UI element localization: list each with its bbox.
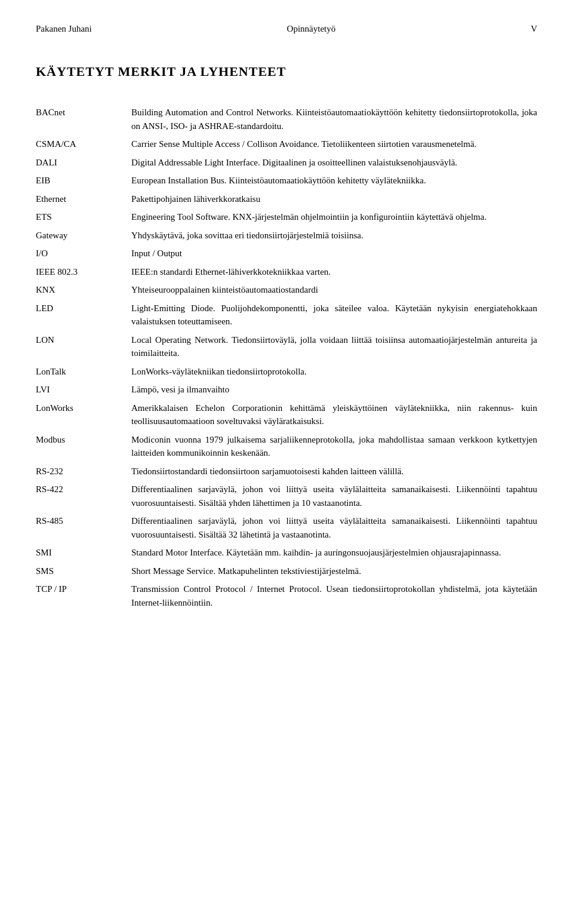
table-row: BACnetBuilding Automation and Control Ne… bbox=[36, 103, 537, 135]
term-cell: EIB bbox=[36, 171, 131, 190]
term-cell: CSMA/CA bbox=[36, 135, 131, 154]
table-row: RS-422Differentiaalinen sarjaväylä, joho… bbox=[36, 480, 537, 512]
table-row: LVILämpö, vesi ja ilmanvaihto bbox=[36, 380, 537, 399]
term-cell: RS-232 bbox=[36, 462, 131, 481]
term-cell: Ethernet bbox=[36, 190, 131, 208]
header-page: V bbox=[531, 24, 537, 34]
definition-cell: European Installation Bus. Kiinteistöaut… bbox=[131, 171, 537, 190]
page-header: Pakanen Juhani Opinnäytetyö V bbox=[36, 24, 537, 34]
definition-cell: Transmission Control Protocol / Internet… bbox=[131, 580, 537, 612]
definition-cell: Yhteiseurooppalainen kiinteistöautomaati… bbox=[131, 281, 537, 299]
table-row: I/OInput / Output bbox=[36, 244, 537, 263]
table-row: DALIDigital Addressable Light Interface.… bbox=[36, 154, 537, 172]
term-cell: LVI bbox=[36, 380, 131, 399]
table-row: LEDLight-Emitting Diode. Puolijohdekompo… bbox=[36, 299, 537, 331]
term-cell: Modbus bbox=[36, 431, 131, 462]
header-author: Pakanen Juhani bbox=[36, 24, 92, 34]
table-row: LonTalkLonWorks-väylätekniikan tiedonsii… bbox=[36, 363, 537, 381]
table-row: RS-485Differentiaalinen sarjaväylä, joho… bbox=[36, 512, 537, 544]
definition-cell: Standard Motor Interface. Käytetään mm. … bbox=[131, 544, 537, 562]
definition-cell: Short Message Service. Matkapuhelinten t… bbox=[131, 562, 537, 581]
table-row: RS-232Tiedonsiirtostandardi tiedonsiirto… bbox=[36, 462, 537, 481]
table-row: CSMA/CACarrier Sense Multiple Access / C… bbox=[36, 135, 537, 154]
term-cell: I/O bbox=[36, 244, 131, 263]
table-row: SMSShort Message Service. Matkapuhelinte… bbox=[36, 562, 537, 581]
term-cell: ETS bbox=[36, 208, 131, 226]
table-row: EthernetPakettipohjainen lähiverkkoratka… bbox=[36, 190, 537, 208]
table-row: LonWorksAmerikkalaisen Echelon Corporati… bbox=[36, 399, 537, 431]
definition-cell: Engineering Tool Software. KNX-järjestel… bbox=[131, 208, 537, 226]
term-cell: LED bbox=[36, 299, 131, 331]
definition-cell: Carrier Sense Multiple Access / Collison… bbox=[131, 135, 537, 154]
glossary-table: BACnetBuilding Automation and Control Ne… bbox=[36, 103, 537, 612]
table-row: TCP / IPTransmission Control Protocol / … bbox=[36, 580, 537, 612]
term-cell: RS-422 bbox=[36, 480, 131, 512]
term-cell: KNX bbox=[36, 281, 131, 299]
definition-cell: Digital Addressable Light Interface. Dig… bbox=[131, 154, 537, 172]
term-cell: LonWorks bbox=[36, 399, 131, 431]
term-cell: SMI bbox=[36, 544, 131, 562]
definition-cell: Input / Output bbox=[131, 244, 537, 263]
header-title: Opinnäytetyö bbox=[287, 24, 336, 34]
definition-cell: Pakettipohjainen lähiverkkoratkaisu bbox=[131, 190, 537, 208]
term-cell: DALI bbox=[36, 154, 131, 172]
table-row: GatewayYhdyskäytävä, joka sovittaa eri t… bbox=[36, 226, 537, 245]
term-cell: Gateway bbox=[36, 226, 131, 245]
table-row: ModbusModiconin vuonna 1979 julkaisema s… bbox=[36, 431, 537, 462]
term-cell: BACnet bbox=[36, 103, 131, 135]
table-row: SMIStandard Motor Interface. Käytetään m… bbox=[36, 544, 537, 562]
table-row: KNXYhteiseurooppalainen kiinteistöautoma… bbox=[36, 281, 537, 299]
definition-cell: Lämpö, vesi ja ilmanvaihto bbox=[131, 380, 537, 399]
term-cell: RS-485 bbox=[36, 512, 131, 544]
term-cell: TCP / IP bbox=[36, 580, 131, 612]
definition-cell: Building Automation and Control Networks… bbox=[131, 103, 537, 135]
definition-cell: Tiedonsiirtostandardi tiedonsiirtoon sar… bbox=[131, 462, 537, 481]
definition-cell: Local Operating Network. Tiedonsiirtoväy… bbox=[131, 331, 537, 363]
table-row: ETSEngineering Tool Software. KNX-järjes… bbox=[36, 208, 537, 226]
table-row: EIBEuropean Installation Bus. Kiinteistö… bbox=[36, 171, 537, 190]
page-title: KÄYTETYT MERKIT JA LYHENTEET bbox=[36, 64, 537, 79]
term-cell: SMS bbox=[36, 562, 131, 581]
definition-cell: Differentiaalinen sarjaväylä, johon voi … bbox=[131, 512, 537, 544]
definition-cell: Light-Emitting Diode. Puolijohdekomponen… bbox=[131, 299, 537, 331]
table-row: IEEE 802.3IEEE:n standardi Ethernet-lähi… bbox=[36, 263, 537, 281]
definition-cell: Modiconin vuonna 1979 julkaisema sarjali… bbox=[131, 431, 537, 462]
definition-cell: Differentiaalinen sarjaväylä, johon voi … bbox=[131, 480, 537, 512]
term-cell: IEEE 802.3 bbox=[36, 263, 131, 281]
definition-cell: IEEE:n standardi Ethernet-lähiverkkotekn… bbox=[131, 263, 537, 281]
table-row: LONLocal Operating Network. Tiedonsiirto… bbox=[36, 331, 537, 363]
definition-cell: Amerikkalaisen Echelon Corporationin keh… bbox=[131, 399, 537, 431]
definition-cell: LonWorks-väylätekniikan tiedonsiirtoprot… bbox=[131, 363, 537, 381]
term-cell: LonTalk bbox=[36, 363, 131, 381]
term-cell: LON bbox=[36, 331, 131, 363]
definition-cell: Yhdyskäytävä, joka sovittaa eri tiedonsi… bbox=[131, 226, 537, 245]
